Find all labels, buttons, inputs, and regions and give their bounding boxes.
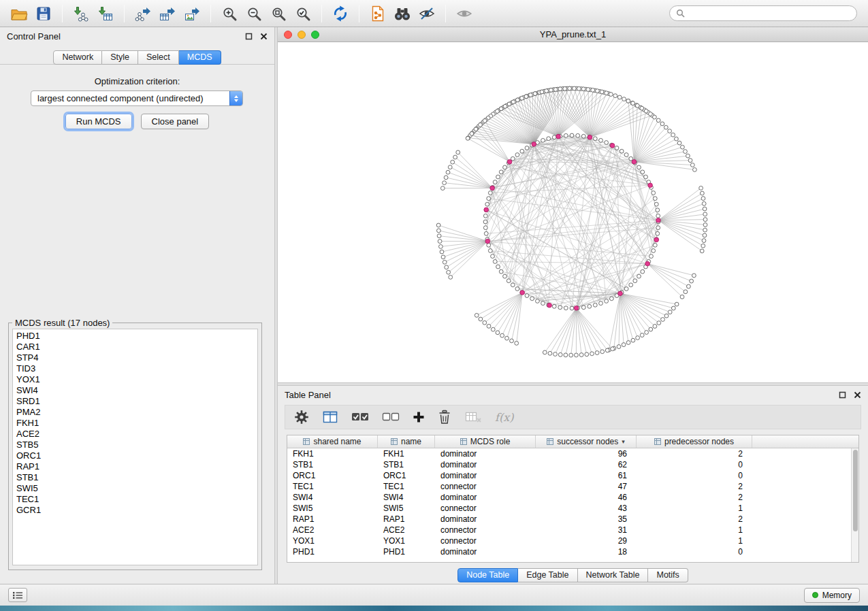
search-network-button[interactable] [390,3,415,24]
mcds-result-list[interactable]: PHD1CAR1STP4TID3YOX1SWI4SRD1PMA2FKH1ACE2… [12,329,258,565]
result-item[interactable]: STB1 [13,472,257,483]
search-input[interactable] [689,9,850,18]
float-panel-icon[interactable] [245,33,253,40]
zoom-fit-button[interactable] [266,3,291,24]
delete-column-button[interactable] [438,410,451,425]
memory-button[interactable]: Memory [804,588,860,603]
tab-edge-table[interactable]: Edge Table [518,568,577,582]
window-zoom-button[interactable] [311,31,319,39]
result-item[interactable]: PHD1 [13,331,257,342]
panel-toggle-button[interactable] [8,588,27,602]
table-scrollbar[interactable] [851,448,858,562]
result-item[interactable]: FKH1 [13,418,257,429]
cell-successor-nodes: 31 [536,525,637,535]
table-row[interactable]: PHD1PHD1dominator180 [287,546,851,557]
tab-node-table[interactable]: Node Table [457,568,518,582]
table-row[interactable]: RAP1RAP1dominator352 [287,514,851,525]
table-row[interactable]: TEC1TEC1connector472 [287,481,851,492]
result-item[interactable]: YOX1 [13,374,257,385]
show-graphics-details-button[interactable] [452,3,477,24]
tab-network[interactable]: Network [53,50,102,65]
result-item[interactable]: TEC1 [13,494,257,505]
criterion-select[interactable]: largest connected component (undirected) [31,90,243,106]
zoom-out-button[interactable] [242,3,266,24]
control-panel-header: Control Panel [0,27,274,45]
export-table-button[interactable] [155,3,180,24]
cell-predecessor-nodes: 2 [637,481,752,492]
import-table-button[interactable] [93,3,118,24]
column-header-filler [752,435,858,448]
close-panel-icon[interactable] [854,391,861,399]
result-item[interactable]: SWI5 [13,483,257,494]
application-window: Control Panel NetworkStyleSelectMCDS Opt… [0,0,868,611]
cell-shared-name: STB1 [287,459,378,470]
result-item[interactable]: STB5 [13,440,257,450]
table-settings-button[interactable] [294,410,309,425]
function-builder-button[interactable]: f(x) [495,411,513,424]
tab-motifs[interactable]: Motifs [648,568,688,582]
close-panel-icon[interactable] [260,33,268,40]
column-header-MCDS-role[interactable]: MCDS role [435,435,536,448]
cell-successor-nodes: 35 [536,514,637,525]
result-item[interactable]: STP4 [13,352,257,363]
network-canvas[interactable] [278,42,868,382]
zoom-in-button[interactable] [217,3,242,24]
cell-MCDS-role: dominator [435,546,536,557]
table-row[interactable]: STB1STB1dominator620 [287,459,851,470]
tab-style[interactable]: Style [102,50,138,65]
run-mcds-button[interactable]: Run MCDS [65,114,132,129]
result-item[interactable]: CAR1 [13,342,257,352]
table-row[interactable]: SWI5SWI5connector431 [287,503,851,514]
table-panel-title: Table Panel [285,390,331,400]
result-item[interactable]: GCR1 [13,505,257,516]
result-item[interactable]: ACE2 [13,429,257,440]
trash-icon [438,410,451,425]
control-panel-title: Control Panel [7,31,61,42]
window-minimize-button[interactable] [298,31,306,39]
share-document-button[interactable] [366,3,390,24]
table-row[interactable]: ORC1ORC1dominator610 [287,470,851,481]
export-network-button[interactable] [131,3,155,24]
column-header-name[interactable]: name [378,435,435,448]
network-window: YPA_prune.txt_1 [278,27,868,382]
window-close-button[interactable] [284,31,292,39]
result-item[interactable]: SRD1 [13,396,257,407]
result-item[interactable]: TID3 [13,363,257,374]
deselect-all-button[interactable] [382,412,400,423]
show-columns-button[interactable] [322,410,338,424]
search-box[interactable] [669,5,857,21]
zoom-selected-button[interactable] [291,3,315,24]
result-item[interactable]: ORC1 [13,450,257,461]
open-file-button[interactable] [7,3,31,24]
table-row[interactable]: YOX1YOX1connector291 [287,535,851,546]
float-panel-icon[interactable] [839,391,846,399]
column-header-shared-name[interactable]: shared name [287,435,378,448]
column-header-predecessor-nodes[interactable]: predecessor nodes [637,435,752,448]
refresh-button[interactable] [328,3,353,24]
column-header-successor-nodes[interactable]: successor nodes▾ [536,435,637,448]
hide-details-button[interactable] [415,3,439,24]
table-row[interactable]: ACE2ACE2connector311 [287,525,851,535]
cell-shared-name: ACE2 [287,525,378,535]
cell-shared-name: RAP1 [287,514,378,525]
select-all-button[interactable] [351,412,369,423]
import-network-button[interactable] [69,3,93,24]
refresh-icon [332,5,349,22]
delete-table-button[interactable] [464,410,482,424]
result-item[interactable]: RAP1 [13,461,257,472]
network-window-titlebar[interactable]: YPA_prune.txt_1 [278,27,868,42]
save-session-button[interactable] [31,3,56,24]
table-row[interactable]: SWI4SWI4dominator462 [287,492,851,503]
result-item[interactable]: SWI4 [13,385,257,396]
table-body: FKH1FKH1dominator962STB1STB1dominator620… [287,448,851,562]
export-image-button[interactable] [180,3,204,24]
table-row[interactable]: FKH1FKH1dominator962 [287,448,851,459]
close-panel-button[interactable]: Close panel [141,114,210,129]
result-item[interactable]: PMA2 [13,407,257,418]
tab-select[interactable]: Select [138,50,179,65]
toolbar-separator [62,5,63,22]
scrollbar-thumb[interactable] [853,450,858,531]
add-column-button[interactable] [413,411,425,423]
tab-network-table[interactable]: Network Table [578,568,649,582]
tab-mcds[interactable]: MCDS [179,50,221,65]
